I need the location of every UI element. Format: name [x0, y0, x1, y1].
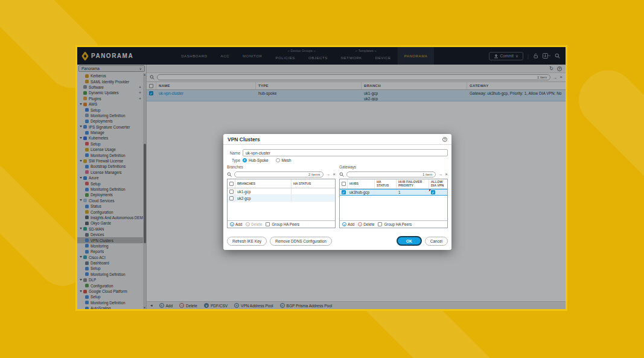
branches-count: 2 items	[308, 173, 320, 176]
column-header-ha-status[interactable]: HA STATUS	[375, 179, 397, 188]
column-header-hub-failover-priority[interactable]: HUB FAILOVER PRIORITY	[397, 179, 429, 188]
gateways-group-ha-checkbox[interactable]	[378, 222, 382, 226]
delete-icon: −	[358, 222, 362, 226]
vpn-clusters-dialog: VPN Clusters ? Name Type Hub-Spoke Mesh …	[223, 134, 451, 250]
dialog-titlebar: VPN Clusters ?	[223, 134, 451, 145]
type-label: Type	[227, 158, 243, 162]
column-header-ha-status[interactable]: HA STATUS	[292, 179, 335, 188]
branch-row[interactable]: uk2-gcp	[228, 195, 335, 202]
column-header-branches[interactable]: BRANCHES	[235, 179, 292, 188]
gateways-footer: +Add −Delete Group HA Peers	[340, 220, 447, 228]
dialog-footer: Refresh IKE Key Remove DDNS Configuratio…	[223, 235, 451, 250]
desktop-background: PANORAMA DASHBOARD ACC MONITOR Device Gr…	[0, 0, 644, 358]
search-icon	[227, 172, 232, 177]
row-checkbox[interactable]	[342, 190, 346, 194]
remove-ddns-configuration-button[interactable]: Remove DDNS Configuration	[270, 237, 332, 246]
branches-header-row: BRANCHES HA STATUS	[228, 179, 335, 188]
branches-search-row: 2 items → ×	[227, 170, 336, 178]
branch-ha-status	[292, 188, 335, 194]
mesh-label: Mesh	[282, 158, 292, 162]
hub-spoke-radio[interactable]	[243, 158, 247, 162]
cluster-name-input[interactable]	[243, 149, 448, 156]
add-icon: +	[342, 222, 346, 226]
branches-table: BRANCHES HA STATUS uk1-gcp uk2-gcp	[227, 179, 336, 228]
gateways-section: Gateways 1 item → × HUBS HA STATUS HUB F…	[339, 165, 448, 228]
branch-row[interactable]: uk1-gcp	[228, 188, 335, 195]
group-ha-label: Group HA Peers	[272, 222, 299, 226]
select-all-checkbox[interactable]	[342, 182, 346, 186]
branches-search-input[interactable]	[238, 173, 308, 176]
branch-ha-status	[292, 195, 335, 201]
name-label: Name	[227, 151, 243, 155]
background-shape	[598, 0, 644, 60]
allow-dia-vpn-checkbox[interactable]	[431, 190, 435, 194]
branches-add-button[interactable]: +Add	[230, 222, 242, 226]
gateways-search-input[interactable]	[350, 173, 422, 176]
mesh-radio[interactable]	[276, 158, 280, 162]
dialog-title: VPN Clusters	[228, 136, 260, 142]
column-header-hubs[interactable]: HUBS	[348, 179, 375, 188]
gateways-table: HUBS HA STATUS HUB FAILOVER PRIORITY ALL…	[339, 179, 448, 228]
gateways-delete-button[interactable]: −Delete	[358, 222, 374, 226]
hub-spoke-label: Hub-Spoke	[249, 158, 269, 162]
gateways-search-row: 1 item → ×	[339, 170, 448, 178]
row-checkbox[interactable]	[229, 196, 234, 200]
gateways-label: Gateways	[339, 165, 448, 170]
gateways-count: 1 item	[422, 173, 432, 176]
branches-delete-button[interactable]: −Delete	[246, 222, 262, 226]
clear-filter-icon[interactable]: ×	[445, 172, 448, 177]
delete-icon: −	[246, 222, 250, 226]
cancel-button[interactable]: Cancel	[425, 237, 448, 246]
hub-failover-priority: 1	[397, 190, 429, 195]
dialog-body: Name Type Hub-Spoke Mesh Branches 2 item…	[223, 145, 451, 235]
branch-name: uk2-gcp	[235, 195, 292, 201]
row-checkbox[interactable]	[229, 190, 234, 194]
background-shape	[567, 59, 644, 228]
branches-section: Branches 2 items → × BRANCHES HA STATUS	[227, 165, 336, 228]
add-icon: +	[230, 222, 234, 226]
gateways-header-row: HUBS HA STATUS HUB FAILOVER PRIORITY ALL…	[340, 179, 447, 189]
branch-name: uk1-gcp	[235, 188, 292, 194]
ok-button[interactable]: OK	[397, 236, 422, 246]
group-ha-label: Group HA Peers	[384, 222, 412, 226]
hub-ha-status	[375, 190, 397, 195]
branches-label: Branches	[227, 165, 336, 170]
clear-filter-icon[interactable]: ×	[333, 172, 336, 177]
gateway-row[interactable]: uk3hub-gcp 1	[340, 189, 447, 196]
search-icon	[339, 172, 344, 177]
apply-filter-icon[interactable]: →	[326, 172, 330, 176]
refresh-ike-key-button[interactable]: Refresh IKE Key	[227, 237, 267, 246]
branches-group-ha-checkbox[interactable]	[266, 222, 270, 226]
column-header-allow-dia-vpn[interactable]: ALLOW DIA VPN	[429, 179, 447, 188]
gateways-add-button[interactable]: +Add	[342, 222, 354, 226]
apply-filter-icon[interactable]: →	[438, 172, 442, 176]
branches-footer: +Add −Delete Group HA Peers	[228, 220, 335, 228]
hub-name: uk3hub-gcp	[348, 190, 375, 195]
select-all-checkbox[interactable]	[229, 182, 234, 186]
help-icon[interactable]: ?	[442, 137, 447, 142]
